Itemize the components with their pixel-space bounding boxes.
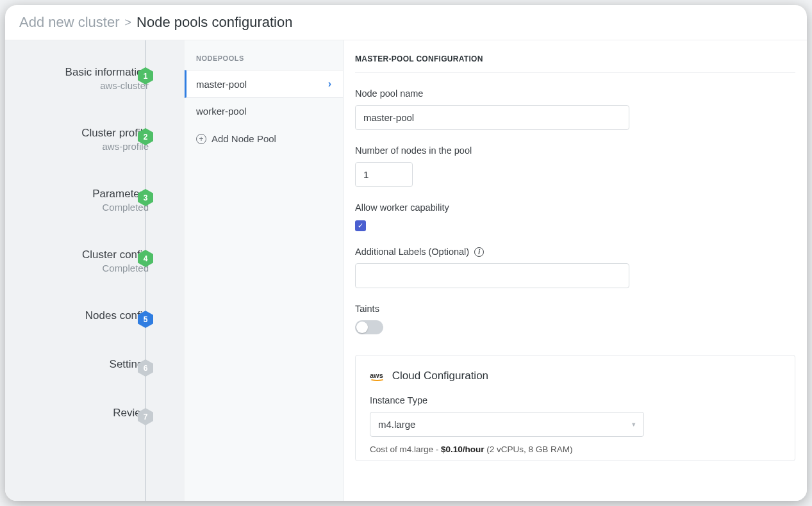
nodepool-list-header: NODEPOOLS — [185, 40, 343, 70]
nodepool-list: NODEPOOLS master-pool › worker-pool + Ad… — [185, 40, 344, 501]
step-subtitle: Completed — [92, 202, 149, 213]
config-panel-title: MASTER-POOL CONFIGURATION — [355, 40, 795, 73]
field-additional-labels: Additional Labels (Optional) i — [355, 247, 795, 288]
breadcrumb: Add new cluster > Node pools configurati… — [5, 5, 807, 40]
step-review[interactable]: Review 7 — [5, 407, 185, 420]
nodepool-item-label: worker-pool — [196, 106, 246, 117]
app-window: Add new cluster > Node pools configurati… — [5, 5, 807, 501]
field-pool-name: Node pool name — [355, 88, 795, 130]
worker-capability-label: Allow worker capability — [355, 202, 795, 213]
plus-circle-icon: + — [196, 134, 206, 144]
step-settings[interactable]: Settings 6 — [5, 358, 185, 371]
instance-type-select[interactable]: m4.large ▾ — [370, 412, 644, 437]
worker-capability-checkbox[interactable]: ✓ — [355, 220, 366, 231]
step-subtitle: aws-cluster — [65, 80, 149, 91]
step-cluster-profile[interactable]: Cluster profile aws-profile 2 — [5, 127, 185, 152]
additional-labels-input[interactable] — [355, 263, 629, 288]
cost-suffix: (2 vCPUs, 8 GB RAM) — [485, 445, 573, 454]
node-count-label: Number of nodes in the pool — [355, 145, 795, 156]
taints-toggle[interactable] — [355, 320, 383, 334]
main-body: Basic information aws-cluster 1 Cluster … — [5, 40, 807, 501]
pool-name-label: Node pool name — [355, 88, 795, 99]
node-count-input[interactable] — [355, 162, 413, 187]
wizard-stepper: Basic information aws-cluster 1 Cluster … — [5, 40, 185, 501]
cloud-config-header: Cloud Configuration — [392, 370, 488, 382]
field-instance-type: Instance Type m4.large ▾ Cost of m4.larg… — [370, 395, 781, 454]
step-nodes-config[interactable]: Nodes config 5 — [5, 309, 185, 322]
breadcrumb-separator: > — [125, 16, 132, 29]
instance-type-value: m4.large — [378, 419, 415, 430]
nodepool-item-worker[interactable]: worker-pool — [185, 98, 343, 124]
step-basic-information[interactable]: Basic information aws-cluster 1 — [5, 66, 185, 91]
field-taints: Taints — [355, 304, 795, 334]
breadcrumb-parent[interactable]: Add new cluster — [19, 14, 120, 31]
step-parameters[interactable]: Parameters Completed 3 — [5, 188, 185, 213]
field-node-count: Number of nodes in the pool — [355, 145, 795, 187]
toggle-knob — [356, 322, 368, 333]
instance-cost-line: Cost of m4.large - $0.10/hour (2 vCPUs, … — [370, 445, 781, 454]
config-panel: MASTER-POOL CONFIGURATION Node pool name… — [344, 40, 807, 501]
chevron-down-icon: ▾ — [632, 420, 636, 428]
aws-provider-icon: aws — [370, 371, 383, 381]
add-nodepool-button[interactable]: + Add Node Pool — [185, 124, 343, 153]
step-subtitle: Completed — [82, 263, 149, 273]
add-nodepool-label: Add Node Pool — [211, 133, 276, 144]
instance-type-label: Instance Type — [370, 395, 781, 405]
breadcrumb-current: Node pools configuration — [137, 14, 292, 31]
taints-label: Taints — [355, 304, 795, 314]
chevron-right-icon: › — [328, 78, 331, 90]
step-subtitle: aws-profile — [81, 141, 149, 152]
pool-name-input[interactable] — [355, 105, 629, 130]
step-title: Basic information — [65, 66, 149, 79]
nodepool-item-label: master-pool — [196, 79, 247, 90]
cloud-config-section: aws Cloud Configuration Instance Type m4… — [355, 355, 795, 461]
nodepool-item-master[interactable]: master-pool › — [185, 70, 343, 98]
cost-value: $0.10/hour — [441, 445, 485, 454]
cost-prefix: Cost of m4.large - — [370, 445, 441, 454]
info-icon[interactable]: i — [474, 247, 484, 257]
field-worker-capability: Allow worker capability ✓ — [355, 202, 795, 231]
step-cluster-config[interactable]: Cluster config Completed 4 — [5, 249, 185, 273]
additional-labels-label: Additional Labels (Optional) — [355, 247, 469, 257]
